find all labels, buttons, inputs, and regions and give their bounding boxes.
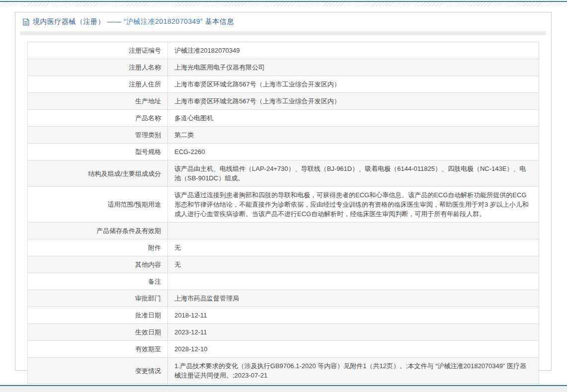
- footer-band: [0, 386, 567, 392]
- row-label: 有效期至: [135, 345, 161, 353]
- page-title-suffix: 基本信息: [205, 17, 234, 25]
- row-value: 上海市奉贤区环城北路567号（上海市工业综合开发区内）: [174, 80, 340, 88]
- row-value-cell: 无: [168, 239, 539, 256]
- registration-info-panel: 境内医疗器械（注册） —— “沪械注准20182070349” 基本信息 注册证…: [15, 12, 552, 371]
- row-label-cell: 变更情况: [28, 358, 168, 384]
- table-row: 其他内容 无: [28, 256, 539, 273]
- panel-header: 境内医疗器械（注册） —— “沪械注准20182070349” 基本信息: [15, 12, 551, 30]
- row-label-cell: 适用范围/预期用途: [28, 187, 168, 223]
- row-label-cell: 注册人名称: [28, 59, 168, 76]
- row-value: 上海市奉贤区环城北路567号（上海市工业综合开发区内）: [174, 97, 340, 105]
- info-table-body: 注册证编号 沪械注准20182070349 注册人名称 上海光电医用电子仪器有限…: [28, 42, 539, 392]
- row-label: 注册证编号: [129, 47, 161, 54]
- row-label-cell: 其他内容: [28, 256, 168, 273]
- row-label: 型号规格: [135, 148, 161, 156]
- row-value-cell: 2028-12-10: [168, 341, 539, 358]
- row-value-cell: 上海光电医用电子仪器有限公司: [168, 59, 539, 76]
- row-label: 审批部门: [135, 295, 161, 302]
- row-label: 注册人住所: [129, 80, 161, 88]
- row-label-cell: 附件: [28, 239, 168, 256]
- table-row: 审批部门 上海市药品监督管理局: [28, 290, 539, 307]
- row-label: 其他内容: [135, 261, 161, 268]
- row-label: 生产地址: [135, 97, 161, 105]
- row-value: 该产品通过连接到患者胸部和四肢的导联和电极，可获得患者的ECG和心率信息。该产品…: [174, 191, 529, 218]
- row-label-cell: 生产地址: [28, 93, 168, 110]
- row-value-cell: ECG-2260: [168, 144, 539, 160]
- row-label-cell: 批准日期: [28, 307, 168, 324]
- row-value-cell: 该产品通过连接到患者胸部和四肢的导联和电极，可获得患者的ECG和心率信息。该产品…: [168, 187, 539, 223]
- row-value-cell: 多道心电图机: [168, 110, 539, 127]
- row-value: 上海市药品监督管理局: [174, 295, 239, 302]
- row-value-cell: 上海市奉贤区环城北路567号（上海市工业综合开发区内）: [168, 93, 539, 110]
- row-label-cell: 产品储存条件及有效期: [28, 223, 168, 239]
- row-label-cell: 产品名称: [28, 110, 168, 127]
- table-row: 型号规格 ECG-2260: [28, 144, 539, 160]
- row-value-cell: 第二类: [168, 127, 539, 144]
- table-row: 注册人住所 上海市奉贤区环城北路567号（上海市工业综合开发区内）: [28, 76, 539, 93]
- row-label-cell: 注册证编号: [28, 42, 168, 59]
- row-value: 2018-12-11: [174, 312, 207, 319]
- row-value-cell: [168, 273, 539, 290]
- document-icon: [23, 18, 29, 26]
- row-value-cell: [168, 223, 539, 239]
- table-row: 生产地址 上海市奉贤区环城北路567号（上海市工业综合开发区内）: [28, 93, 539, 110]
- row-value: 上海光电医用电子仪器有限公司: [174, 64, 265, 71]
- row-label-cell: 管理类别: [28, 127, 168, 144]
- table-row: 备注: [28, 273, 539, 290]
- row-value-cell: 上海市药品监督管理局: [168, 290, 539, 307]
- row-value-cell: 2023-12-11: [168, 324, 539, 341]
- row-value: 无: [174, 261, 181, 268]
- page-title-registration-number: “沪械注准20182070349”: [124, 17, 203, 25]
- row-label: 变更情况: [135, 367, 161, 375]
- table-row: 注册人名称 上海光电医用电子仪器有限公司: [28, 59, 539, 76]
- row-label: 产品名称: [135, 114, 161, 122]
- row-label: 批准日期: [135, 312, 161, 319]
- row-label-cell: 型号规格: [28, 144, 168, 160]
- table-row: 生效日期 2023-12-11: [28, 324, 539, 341]
- table-row: 变更情况 1.产品技术要求的变化（涉及执行GB9706.1-2020 等内容）见…: [28, 358, 539, 384]
- row-label-cell: 注册人住所: [28, 76, 168, 93]
- row-value: 该产品由主机、电线组件（LAP-24+730）、导联线（BJ-961D）、吸着电…: [174, 165, 526, 182]
- row-value-cell: 2018-12-11: [168, 307, 539, 324]
- row-label: 生效日期: [135, 328, 161, 336]
- registration-info-table: 注册证编号 沪械注准20182070349 注册人名称 上海光电医用电子仪器有限…: [27, 42, 539, 392]
- row-value: ECG-2260: [174, 148, 205, 156]
- page-title-dash: ——: [107, 17, 121, 25]
- row-value: 1.产品技术要求的变化（涉及执行GB9706.1-2020 等内容）见附件1（共…: [174, 362, 526, 379]
- table-row: 注册证编号 沪械注准20182070349: [28, 42, 539, 59]
- table-row: 附件 无: [28, 239, 539, 256]
- row-value: 第二类: [174, 131, 194, 139]
- row-value-cell: 无: [168, 256, 539, 273]
- row-value: 无: [174, 244, 181, 251]
- table-row: 产品名称 多道心电图机: [28, 110, 539, 127]
- row-label: 结构及组成/主要组成成分: [88, 170, 161, 177]
- row-value-cell: 该产品由主机、电线组件（LAP-24+730）、导联线（BJ-961D）、吸着电…: [168, 160, 539, 187]
- row-label-cell: 备注: [28, 273, 168, 290]
- table-row: 产品储存条件及有效期: [28, 223, 539, 239]
- table-row: 有效期至 2028-12-10: [28, 341, 539, 358]
- header-divider: [20, 31, 546, 35]
- row-value: 沪械注准20182070349: [174, 47, 240, 54]
- row-value-cell: 上海市奉贤区环城北路567号（上海市工业综合开发区内）: [168, 76, 539, 93]
- row-label: 产品储存条件及有效期: [96, 227, 161, 235]
- row-label-cell: 生效日期: [28, 324, 168, 341]
- row-label: 管理类别: [135, 131, 161, 139]
- table-row: 批准日期 2018-12-11: [28, 307, 539, 324]
- row-value: 2023-12-11: [174, 328, 207, 336]
- table-row: 管理类别 第二类: [28, 127, 539, 144]
- table-row: 适用范围/预期用途 该产品通过连接到患者胸部和四肢的导联和电极，可获得患者的EC…: [28, 187, 539, 223]
- row-label: 附件: [148, 244, 161, 251]
- row-label-cell: 审批部门: [28, 290, 168, 307]
- row-value: 多道心电图机: [174, 114, 213, 122]
- row-value-cell: 1.产品技术要求的变化（涉及执行GB9706.1-2020 等内容）见附件1（共…: [168, 358, 539, 384]
- page-bottom: [0, 385, 567, 392]
- row-label: 注册人名称: [129, 64, 161, 71]
- page-title-prefix: 境内医疗器械（注册）: [33, 17, 105, 25]
- row-value-cell: 沪械注准20182070349: [168, 42, 539, 59]
- row-label-cell: 有效期至: [28, 341, 168, 358]
- row-label: 备注: [148, 278, 161, 285]
- table-row: 结构及组成/主要组成成分 该产品由主机、电线组件（LAP-24+730）、导联线…: [28, 160, 539, 187]
- row-label: 适用范围/预期用途: [107, 201, 161, 208]
- row-value: 2028-12-10: [174, 345, 208, 353]
- row-label-cell: 结构及组成/主要组成成分: [28, 160, 168, 187]
